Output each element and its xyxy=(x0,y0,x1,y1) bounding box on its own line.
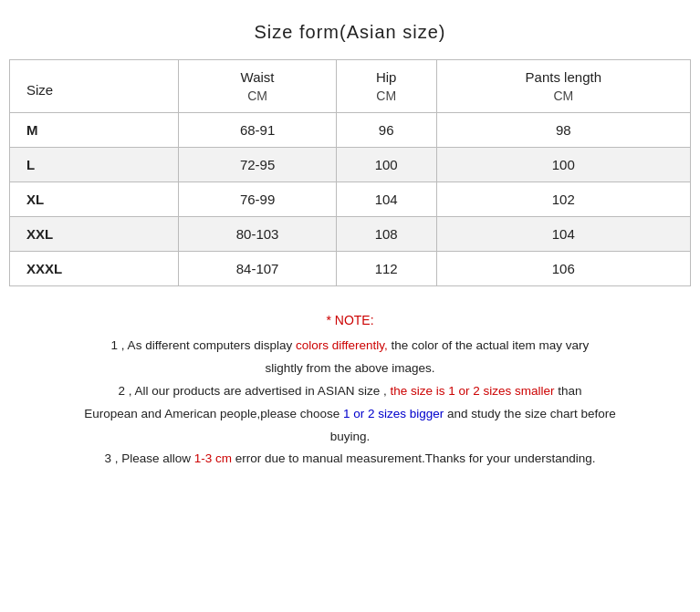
cell-waist: 80-103 xyxy=(179,217,336,252)
table-row: L72-95100100 xyxy=(10,148,691,182)
table-row: XL76-99104102 xyxy=(10,182,691,217)
note2-blue: 1 or 2 sizes bigger xyxy=(343,407,444,420)
col-hip-header: Hip xyxy=(336,60,436,88)
notes-section: * NOTE: 1 , As different computers displ… xyxy=(9,303,691,470)
note1-before: 1 , As different computers display xyxy=(111,338,296,352)
cell-pants: 106 xyxy=(436,252,690,286)
note-line-3: 3 , Please allow 1-3 cm error due to man… xyxy=(18,449,682,470)
note3-before: 3 , Please allow xyxy=(104,451,193,465)
note2-cont3: buying. xyxy=(330,430,371,443)
table-row: XXL80-103108104 xyxy=(10,217,691,252)
note2-before: 2 , All our products are advertised in A… xyxy=(119,384,391,398)
size-table: Size Waist Hip Pants length CM CM CM M68… xyxy=(9,59,691,286)
cell-waist: 72-95 xyxy=(179,148,336,182)
col-pants-unit: CM xyxy=(436,87,690,113)
note2-than: than xyxy=(554,384,581,398)
cell-hip: 104 xyxy=(336,182,436,217)
note-title: * NOTE: xyxy=(18,310,682,332)
cell-pants: 102 xyxy=(436,182,690,217)
note-line-2-buying: buying. xyxy=(18,427,682,448)
note-line-2: 2 , All our products are advertised in A… xyxy=(18,381,682,402)
page-title: Size form(Asian size) xyxy=(9,9,691,59)
note-line-1: 1 , As different computers display color… xyxy=(18,336,682,357)
note3-after: error due to manual measurement.Thanks f… xyxy=(232,451,595,465)
note1-after: the color of the actual item may vary xyxy=(388,338,590,352)
note2-cont1: European and American people,please choo… xyxy=(84,407,343,420)
note1-cont: slightly from the above images. xyxy=(265,361,434,375)
note3-red: 1-3 cm xyxy=(194,451,232,465)
note1-red: colors differently, xyxy=(296,338,388,352)
table-row: XXXL84-107112106 xyxy=(10,252,691,286)
col-waist-header: Waist xyxy=(179,60,336,88)
cell-size: M xyxy=(10,113,179,148)
note2-cont2: and study the size chart before xyxy=(444,407,615,420)
cell-size: XXXL xyxy=(10,252,179,286)
cell-hip: 100 xyxy=(336,148,436,182)
cell-hip: 112 xyxy=(336,252,436,286)
cell-pants: 100 xyxy=(436,148,690,182)
cell-pants: 104 xyxy=(436,217,690,252)
cell-hip: 96 xyxy=(336,113,436,148)
note-line-1-cont: slightly from the above images. xyxy=(18,358,682,379)
cell-size: XXL xyxy=(10,217,179,252)
col-size-header: Size xyxy=(10,60,179,113)
cell-waist: 68-91 xyxy=(179,113,336,148)
cell-waist: 76-99 xyxy=(179,182,336,217)
table-row: M68-919698 xyxy=(10,113,691,148)
note-line-2-cont: European and American people,please choo… xyxy=(18,404,682,425)
col-pants-header: Pants length xyxy=(436,60,690,88)
cell-size: XL xyxy=(10,182,179,217)
cell-hip: 108 xyxy=(336,217,436,252)
cell-size: L xyxy=(10,148,179,182)
cell-waist: 84-107 xyxy=(179,252,336,286)
cell-pants: 98 xyxy=(436,113,690,148)
note2-red: the size is 1 or 2 sizes smaller xyxy=(390,384,554,398)
col-waist-unit: CM xyxy=(179,87,336,113)
page: Size form(Asian size) Size Waist Hip Pan… xyxy=(0,0,700,612)
col-hip-unit: CM xyxy=(336,87,436,113)
